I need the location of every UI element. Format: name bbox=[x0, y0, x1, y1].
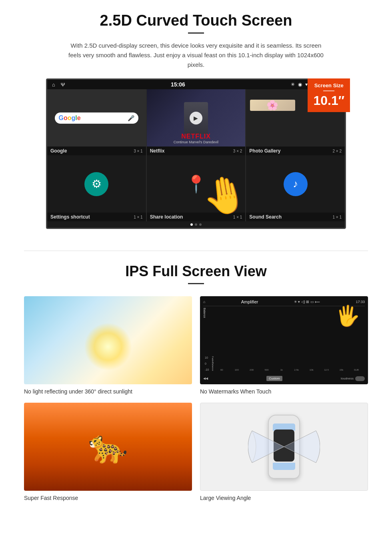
app-grid-row2: ⚙ Settings shortcut 1 × 1 📍 🤚 Share bbox=[47, 155, 345, 221]
sound-search-icon: ♪ bbox=[284, 172, 308, 196]
section1-description: With 2.5D curved-display screen, this de… bbox=[68, 41, 324, 70]
amp-bar-4: 500 bbox=[260, 368, 273, 371]
netflix-overlay: NETFLIX Continue Marvel's Daredevil bbox=[147, 130, 246, 147]
cheetah-item: 🐆 Super Fast Response bbox=[24, 403, 192, 501]
sound-app-size: 1 × 1 bbox=[332, 215, 342, 219]
gallery-app-name: Photo Gallery bbox=[249, 148, 280, 154]
amp-status-icons: ✳ ▾ ◁) ⊠ ▭ ⟵ bbox=[294, 300, 320, 304]
screen-badge-size-value: 10.1″ bbox=[313, 93, 344, 108]
amp-scale: 100-10 bbox=[205, 356, 210, 371]
sun-glow bbox=[84, 323, 132, 371]
amp-bars: 100-10 Fader Balance 60 bbox=[203, 319, 365, 374]
sound-search-content: ♪ bbox=[246, 155, 345, 213]
amp-fader-label-col: Fader Balance bbox=[212, 356, 214, 371]
hand-touch-overlay: 🤚 bbox=[200, 174, 245, 217]
google-app-content: Google 🎤 bbox=[47, 89, 146, 147]
amp-bar-1: 60 bbox=[215, 368, 228, 371]
amp-loudness-label: loudness bbox=[341, 377, 354, 380]
gallery-label-row: Photo Gallery 2 × 2 bbox=[246, 147, 345, 155]
pagination-dot-1[interactable] bbox=[190, 223, 193, 226]
status-bar: ⌂ Ψ 15:06 ✳ ◉ ▾ ⬜ ◁) ⊠ ▭ bbox=[47, 80, 345, 89]
section2: IPS Full Screen View No light reflecting… bbox=[0, 263, 392, 517]
location-icon: ◉ bbox=[298, 82, 302, 87]
netflix-play-button[interactable]: ▶ bbox=[190, 112, 202, 124]
netflix-logo: NETFLIX bbox=[150, 133, 242, 140]
google-label-row: Google 3 × 1 bbox=[47, 147, 146, 155]
netflix-app-size: 3 × 2 bbox=[233, 149, 242, 153]
sound-app-name: Sound Search bbox=[249, 214, 282, 220]
screen-badge-top-label: Screen Size bbox=[313, 82, 344, 89]
netflix-app-cell[interactable]: ▶ NETFLIX Continue Marvel's Daredevil Ne… bbox=[147, 89, 246, 155]
share-app-size: 1 × 1 bbox=[233, 215, 242, 219]
amplifier-item: ⌂ Amplifier ✳ ▾ ◁) ⊠ ▭ ⟵ 17:33 Balance 1… bbox=[200, 296, 368, 395]
settings-app-cell[interactable]: ⚙ Settings shortcut 1 × 1 bbox=[47, 155, 146, 221]
google-search-bar[interactable]: Google 🎤 bbox=[55, 112, 139, 124]
screen-size-badge: Screen Size 10.1″ bbox=[308, 78, 350, 112]
pagination-dot-3[interactable] bbox=[199, 223, 202, 226]
amp-bar-3: 200 bbox=[245, 368, 258, 371]
status-time: 15:06 bbox=[171, 81, 185, 88]
home-icon[interactable]: ⌂ bbox=[52, 82, 55, 88]
settings-app-content: ⚙ bbox=[47, 155, 146, 213]
amp-title: Amplifier bbox=[241, 299, 258, 304]
amp-nav-back: ◀◀ bbox=[203, 377, 208, 380]
amp-loudness-row: loudness bbox=[341, 376, 365, 381]
bluetooth-icon: ✳ bbox=[291, 82, 295, 87]
mic-icon[interactable]: 🎤 bbox=[128, 115, 134, 121]
viewing-angle-svg bbox=[248, 427, 320, 467]
status-left-icons: ⌂ Ψ bbox=[52, 82, 65, 88]
google-app-size: 3 × 1 bbox=[134, 149, 143, 153]
screen-badge-line bbox=[323, 90, 334, 91]
amp-bar-6: 2.5k bbox=[290, 368, 303, 371]
sound-search-app-cell[interactable]: ♪ Sound Search 1 × 1 bbox=[246, 155, 345, 221]
amp-equalizer-bars: 60 100 200 bbox=[215, 368, 363, 371]
netflix-app-name: Netflix bbox=[150, 148, 165, 154]
pagination-dot-2[interactable] bbox=[195, 223, 197, 226]
android-screen: ⌂ Ψ 15:06 ✳ ◉ ▾ ⬜ ◁) ⊠ ▭ bbox=[46, 78, 346, 229]
amp-time: 17:33 bbox=[356, 300, 365, 304]
app-grid-row1: Google 🎤 Google 3 × 1 bbox=[47, 89, 345, 155]
section1-title-underline bbox=[188, 32, 204, 34]
pagination-row bbox=[47, 221, 345, 228]
amp-bar-9: 15k bbox=[334, 368, 348, 371]
amplifier-caption: No Watermarks When Touch bbox=[200, 388, 368, 395]
section1: 2.5D Curved Touch Screen With 2.5D curve… bbox=[0, 0, 392, 239]
google-app-cell[interactable]: Google 🎤 Google 3 × 1 bbox=[47, 89, 146, 155]
amp-footer: ◀◀ Custom loudness bbox=[203, 374, 365, 381]
gallery-app-size: 2 × 2 bbox=[332, 149, 342, 153]
share-location-app-cell[interactable]: 📍 🤚 Share location 1 × 1 bbox=[147, 155, 246, 221]
amp-balance-label: Balance bbox=[203, 308, 206, 318]
amp-home-icon: ⌂ bbox=[203, 300, 205, 304]
netflix-app-content: ▶ NETFLIX Continue Marvel's Daredevil bbox=[147, 89, 246, 147]
car-image bbox=[200, 403, 368, 491]
settings-label-row: Settings shortcut 1 × 1 bbox=[47, 213, 146, 221]
section2-title: IPS Full Screen View bbox=[24, 263, 368, 280]
amp-custom-button[interactable]: Custom bbox=[266, 376, 282, 381]
wifi-icon: ▾ bbox=[305, 82, 308, 87]
sound-label-row: Sound Search 1 × 1 bbox=[246, 213, 345, 221]
car-item: Large Viewing Angle bbox=[200, 403, 368, 501]
cheetah-image: 🐆 bbox=[24, 403, 192, 491]
amp-bar-8: 12.5 bbox=[320, 368, 333, 371]
usb-icon: Ψ bbox=[61, 82, 65, 88]
section1-title: 2.5D Curved Touch Screen bbox=[24, 12, 368, 29]
amp-bar-7: 10k bbox=[304, 368, 318, 371]
settings-icon: ⚙ bbox=[84, 172, 108, 196]
sunlight-image bbox=[24, 296, 192, 384]
hand-on-equalizer: 🖐 bbox=[335, 304, 360, 327]
google-logo: Google bbox=[59, 114, 81, 122]
settings-app-name: Settings shortcut bbox=[50, 214, 90, 220]
netflix-label-row: Netflix 3 × 2 bbox=[147, 147, 246, 155]
loudness-toggle[interactable] bbox=[355, 376, 365, 381]
image-grid: No light reflecting under 360° direct su… bbox=[24, 296, 368, 501]
sunlight-caption: No light reflecting under 360° direct su… bbox=[24, 388, 192, 395]
car-top-view bbox=[268, 415, 300, 479]
settings-app-size: 1 × 1 bbox=[134, 215, 143, 219]
amp-bar-10: SUB bbox=[350, 368, 363, 371]
amp-bars-inner: Fader Balance 60 100 bbox=[212, 356, 363, 371]
google-app-name: Google bbox=[50, 148, 67, 154]
sunlight-item: No light reflecting under 360° direct su… bbox=[24, 296, 192, 395]
cheetah-caption: Super Fast Response bbox=[24, 495, 192, 501]
amp-bar-5: 1k bbox=[275, 368, 288, 371]
cheetah-emoji: 🐆 bbox=[88, 428, 128, 466]
